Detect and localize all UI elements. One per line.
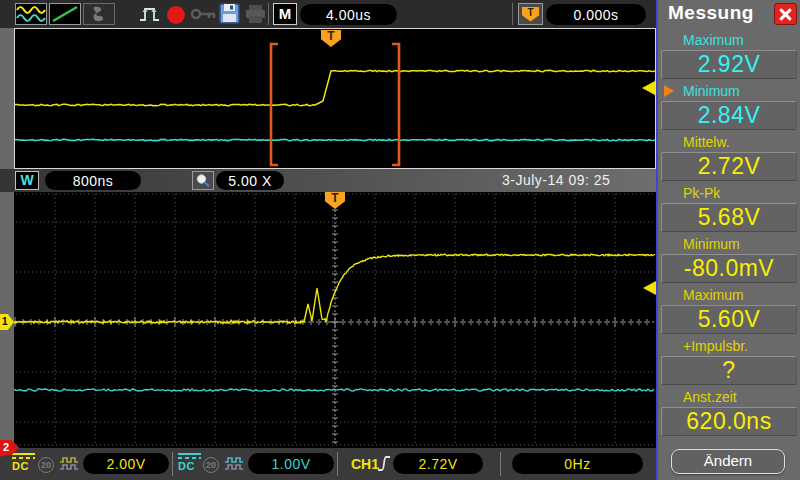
frequency-readout: 0Hz bbox=[512, 453, 643, 474]
toolbar-divider bbox=[268, 3, 269, 25]
save-icon[interactable] bbox=[218, 3, 242, 25]
window-bar: W 800ns 5.00 X 3-July-14 09: 25 bbox=[0, 169, 656, 192]
ch1-position-marker[interactable]: 1 bbox=[0, 314, 14, 330]
overview-waveform-area: T bbox=[14, 28, 656, 169]
measurement-label: Minimum bbox=[658, 235, 800, 253]
measurement-label: Mittelw. bbox=[658, 133, 800, 151]
ch1-scale-readout: 2.00V bbox=[83, 453, 169, 474]
bar-divider bbox=[172, 452, 173, 476]
pulse-mode-icon[interactable] bbox=[138, 3, 164, 25]
bar-divider bbox=[337, 452, 338, 476]
measurement-item[interactable]: +Impulsbr.? bbox=[658, 336, 800, 387]
trigger-icon[interactable]: T bbox=[518, 3, 543, 25]
panel-header: Messung bbox=[658, 0, 800, 28]
ch1-bandwidth-icon[interactable]: 20 bbox=[38, 457, 54, 473]
trigger-position-readout: 0.000s bbox=[546, 4, 646, 25]
measurement-item[interactable]: Anst.zeit620.0ns bbox=[658, 387, 800, 438]
toolbar-divider bbox=[512, 3, 513, 25]
measurement-value: 5.68V bbox=[661, 203, 797, 232]
print-icon[interactable] bbox=[244, 3, 268, 25]
ch1-invert-icon[interactable] bbox=[59, 456, 79, 476]
measurement-item[interactable]: Maximum5.60V bbox=[658, 285, 800, 336]
measurement-item[interactable]: Mittelw.2.72V bbox=[658, 132, 800, 183]
measurement-label: Minimum bbox=[658, 82, 800, 100]
top-toolbar: M 4.00us T 0.000s bbox=[0, 0, 656, 28]
trigger-level-arrow[interactable] bbox=[643, 281, 656, 295]
ch2-scale-readout: 1.00V bbox=[248, 453, 334, 474]
measurement-item[interactable]: Minimum-80.0mV bbox=[658, 234, 800, 285]
channel-waves-icon[interactable] bbox=[15, 3, 47, 25]
measurement-value: 620.0ns bbox=[661, 407, 797, 436]
ch2-invert-icon[interactable] bbox=[224, 456, 244, 476]
decode-icon[interactable] bbox=[83, 3, 115, 25]
measurement-label: Pk-Pk bbox=[658, 184, 800, 202]
measurement-list: Maximum2.92VMinimum2.84VMittelw.2.72VPk-… bbox=[658, 30, 800, 438]
trigger-level-arrow[interactable] bbox=[642, 81, 655, 95]
close-icon[interactable] bbox=[774, 3, 797, 25]
overview-waveform-svg bbox=[15, 29, 655, 168]
ch2-bandwidth-icon[interactable]: 20 bbox=[203, 457, 219, 473]
measurement-item[interactable]: Pk-Pk5.68V bbox=[658, 183, 800, 234]
record-icon[interactable] bbox=[165, 3, 187, 25]
magnifier-icon[interactable] bbox=[192, 171, 214, 190]
key-lock-icon[interactable] bbox=[190, 3, 218, 25]
change-button[interactable]: Ändern bbox=[671, 449, 785, 474]
measurement-label: Anst.zeit bbox=[658, 388, 800, 406]
bar-divider bbox=[500, 452, 501, 476]
ch1-coupling-icon[interactable]: DC bbox=[12, 453, 35, 472]
measurement-item[interactable]: Minimum2.84V bbox=[658, 81, 800, 132]
trigger-source-label: CH1 bbox=[351, 456, 379, 472]
oscilloscope-screen: M 4.00us T 0.000s T W 800ns 5.00 X 3-Jul… bbox=[0, 0, 800, 480]
measurement-label: +Impulsbr. bbox=[658, 337, 800, 355]
rising-edge-icon[interactable] bbox=[377, 454, 391, 478]
ch2-coupling-label: DC bbox=[178, 460, 201, 472]
measurement-value: 2.72V bbox=[661, 152, 797, 181]
zoom-factor-readout: 5.00 X bbox=[216, 171, 284, 190]
main-timebase-icon[interactable]: M bbox=[273, 3, 297, 25]
measurement-panel: Messung Maximum2.92VMinimum2.84VMittelw.… bbox=[656, 0, 800, 480]
measurement-label: Maximum bbox=[658, 286, 800, 304]
window-timebase-icon[interactable]: W bbox=[15, 171, 39, 190]
zoom-waveform-area: T bbox=[14, 192, 656, 448]
measurement-value: -80.0mV bbox=[661, 254, 797, 283]
window-timebase-readout: 800ns bbox=[45, 171, 141, 190]
selected-arrow-icon bbox=[664, 85, 674, 97]
ch2-coupling-icon[interactable]: DC bbox=[178, 453, 201, 472]
measurement-item[interactable]: Maximum2.92V bbox=[658, 30, 800, 81]
measurement-value: 5.60V bbox=[661, 305, 797, 334]
measurement-label: Maximum bbox=[658, 31, 800, 49]
main-timebase-readout: 4.00us bbox=[300, 4, 397, 25]
slope-icon[interactable] bbox=[49, 3, 81, 25]
datetime-label: 3-July-14 09: 25 bbox=[502, 172, 610, 188]
panel-title: Messung bbox=[668, 2, 754, 24]
trigger-shield-icon: T bbox=[522, 7, 539, 22]
trigger-level-readout: 2.72V bbox=[393, 453, 483, 474]
measurement-value: ? bbox=[661, 356, 797, 385]
measurement-value: 2.92V bbox=[661, 50, 797, 79]
measurement-value: 2.84V bbox=[661, 101, 797, 130]
bottom-bar: DC 20 2.00V DC 20 1.00V CH1 bbox=[0, 448, 656, 480]
ch1-coupling-label: DC bbox=[12, 460, 35, 472]
zoom-waveform-svg bbox=[14, 192, 656, 448]
